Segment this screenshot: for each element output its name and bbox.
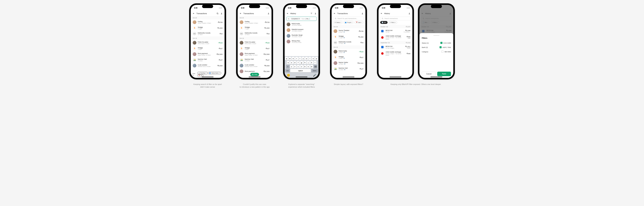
suggestion-row[interactable]: Rakshit Keswani+91 93813 20238 (284, 27, 318, 33)
home-indicator[interactable] (343, 77, 354, 77)
backspace-key[interactable]: ⌫ (314, 65, 317, 68)
txn-row[interactable]: OutingSunny Thadani, 9:42pm-₹3725 (191, 19, 224, 25)
home-indicator[interactable] (202, 77, 214, 77)
chip-remove-icon[interactable]: ✕ (219, 72, 220, 74)
home-indicator[interactable] (296, 77, 308, 77)
txn-row[interactable]: 🛺Namma Yatri11:24am-₹127 (191, 57, 224, 63)
filter-chip[interactable]: ≡Typ▾ (364, 21, 366, 24)
home-indicator[interactable] (249, 77, 260, 77)
key-z[interactable]: z (290, 65, 293, 68)
key-u[interactable]: u (305, 57, 308, 60)
download-icon[interactable] (361, 13, 364, 15)
txn-row[interactable]: 🛺Namma Yatri11:24am-₹127 (238, 57, 272, 63)
txn-row[interactable]: Rent paymentNayna Yadav, 12:34pm-₹22,500 (191, 51, 224, 57)
txn-row[interactable]: Airtel mobile recharge11 Oct, 9:17am · +… (378, 34, 412, 41)
key-w[interactable]: w (288, 57, 291, 60)
key-m[interactable]: m (310, 65, 313, 68)
key-l[interactable]: l (314, 61, 316, 64)
txn-row[interactable]: MGMahendra Gowda12:34pm-₹34 (191, 31, 224, 37)
key-h[interactable]: h (304, 61, 306, 64)
mic-key[interactable]: 🎤 (313, 74, 316, 77)
key-n[interactable]: n (307, 65, 310, 68)
checkbox[interactable]: ✓ (440, 42, 442, 44)
filter-chip[interactable]: 📅Date▾ (354, 21, 364, 24)
txn-row[interactable]: SSwiggy7:11pm-₹2,284 (191, 25, 224, 31)
txn-list[interactable]: October '23-₹2,537BESCOM31 Oct-₹2,048Pro… (378, 25, 412, 78)
filter-chip[interactable]: 🧾Bills (380, 21, 388, 24)
emoji-key[interactable]: 😊 (287, 74, 290, 77)
filter-chip[interactable]: ▲Pending✕ (197, 72, 208, 74)
txn-row[interactable]: BESCOM31 Oct, 4:49pm-₹1,911₹1952 (378, 44, 412, 50)
cancel-button[interactable]: Cancel (422, 72, 436, 76)
txn-row[interactable]: Poker ke paiseRahul Kalra, 1:21am+₹528 (191, 40, 224, 46)
download-icon[interactable] (267, 13, 270, 15)
txn-row[interactable]: Rahul Kalra1:21am🏦+₹528 (332, 49, 366, 54)
key-g[interactable]: g (300, 61, 303, 64)
txn-row[interactable]: Sunny Thadani9:42pm🏦-₹3725 (332, 28, 366, 34)
chip-remove-icon[interactable]: ✕ (298, 18, 300, 20)
txn-row[interactable]: MGMahendra Gowda12:34pm🏦-₹34 (332, 40, 366, 45)
txn-row[interactable]: 🛺Namma Yatri11:24am🏦-₹127 (332, 66, 366, 72)
filter-chip[interactable]: 👤Rahul Kalra✕ (208, 72, 221, 74)
txn-row[interactable]: SSwiggy7:11pm🏦-₹2,284 (332, 34, 366, 40)
txn-row[interactable]: BESCOM31 Oct-₹2,048Processing... (378, 28, 412, 34)
suggestion-row[interactable]: Rahul Kalra+91 95712 58102 (284, 22, 318, 27)
key-y[interactable]: y (302, 57, 305, 60)
back-icon[interactable] (239, 13, 242, 15)
suggestion-list[interactable]: Rahul Kalra+91 95712 58102Rakshit Keswan… (284, 22, 318, 56)
filter-row[interactable]: Bank (2)✓HDFC 7502 (422, 45, 451, 49)
key-c[interactable]: c (297, 65, 300, 68)
checkbox[interactable]: ✓ (440, 46, 442, 48)
txn-list[interactable]: Oct 20OutingSunny Thadani, 9:42pm-₹3725S… (191, 16, 224, 71)
txn-row[interactable]: SSwiggy1:29pm-₹427 (238, 46, 272, 51)
search-box[interactable]: Search transactions (380, 17, 411, 20)
chip-remove-icon[interactable]: ✕ (206, 72, 207, 74)
key-j[interactable]: j (307, 61, 310, 64)
apply-button[interactable]: Apply (437, 72, 451, 76)
txn-list[interactable]: Oct 20OutingSunny Thadani, 9:42pm-₹3725S… (238, 16, 272, 78)
home-indicator[interactable] (430, 77, 442, 77)
key-e[interactable]: e (292, 57, 295, 60)
txn-row[interactable]: Cook octoberRishabh Sood, 9:01am-₹8,500 (238, 63, 272, 68)
back-icon[interactable] (380, 13, 383, 15)
checkbox[interactable] (442, 51, 444, 53)
txn-row[interactable]: SSwiggy1:29pm-₹427 (191, 46, 224, 51)
filter-chip[interactable]: 📅Da (197, 74, 204, 77)
key-a[interactable]: a (287, 61, 290, 64)
search-chip-completed[interactable]: Completed ✕ (290, 18, 301, 20)
txn-row[interactable]: Poker ke paiseRahul Kalra, 1:21am+₹528 (238, 40, 272, 46)
space-key[interactable]: space (290, 69, 311, 72)
key-v[interactable]: v (300, 65, 303, 68)
home-indicator[interactable] (390, 77, 401, 77)
txn-row[interactable]: OutingSunny Thadani, 9:42pm-₹3725 (238, 19, 272, 25)
key-b[interactable]: b (304, 65, 306, 68)
search-box[interactable]: Search for past transactions... (333, 17, 364, 20)
sheet-handle[interactable] (433, 35, 440, 36)
key-x[interactable]: x (294, 65, 296, 68)
txn-row[interactable]: Nayna Yadav12:34pm🏦-₹22,500 (332, 60, 366, 66)
txn-row[interactable]: Airtel mobile recharge10 Oct, 1:55pm · +… (378, 50, 412, 57)
back-icon[interactable] (286, 13, 289, 15)
key-p[interactable]: p (315, 57, 318, 60)
download-icon[interactable] (314, 13, 317, 15)
key-r[interactable]: r (295, 57, 298, 60)
txn-row[interactable]: MGMahendra Gowda12:34pm-₹34 (238, 31, 272, 37)
key-f[interactable]: f (297, 61, 300, 64)
find-fab[interactable]: Find (250, 73, 259, 76)
filter-chip[interactable]: 👥People▾ (344, 21, 354, 24)
key-o[interactable]: o (312, 57, 314, 60)
txn-row[interactable]: Cook octoberRishabh Sood, 9:01am-₹8,500 (191, 63, 224, 68)
suggestion-row[interactable]: Shreya Rao+91 92730 37401 (284, 39, 318, 44)
filter-chip[interactable]: ≡Filters▾ (388, 21, 397, 24)
shift-key[interactable]: ⇧ (286, 65, 290, 68)
filter-chip[interactable]: ⊘Status▾ (333, 21, 343, 24)
suggestion-row[interactable]: Ravinder Singh+91 92921 74910 (284, 33, 318, 39)
key-i[interactable]: i (308, 57, 311, 60)
key-q[interactable]: q (285, 57, 288, 60)
back-icon[interactable] (333, 13, 336, 15)
search-icon[interactable] (216, 13, 219, 15)
return-key[interactable]: return (311, 69, 318, 72)
txn-list[interactable]: Oct 20Sunny Thadani9:42pm🏦-₹3725SSwiggy7… (332, 25, 366, 78)
filter-icon[interactable] (310, 13, 313, 15)
numbers-key[interactable]: 123 (285, 69, 290, 72)
